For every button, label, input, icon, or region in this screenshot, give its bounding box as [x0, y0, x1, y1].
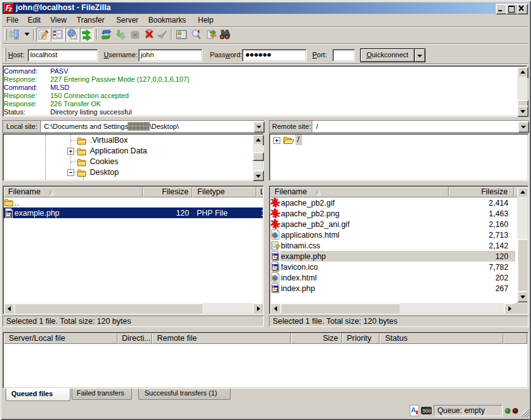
- svg-text:z: z: [8, 6, 12, 13]
